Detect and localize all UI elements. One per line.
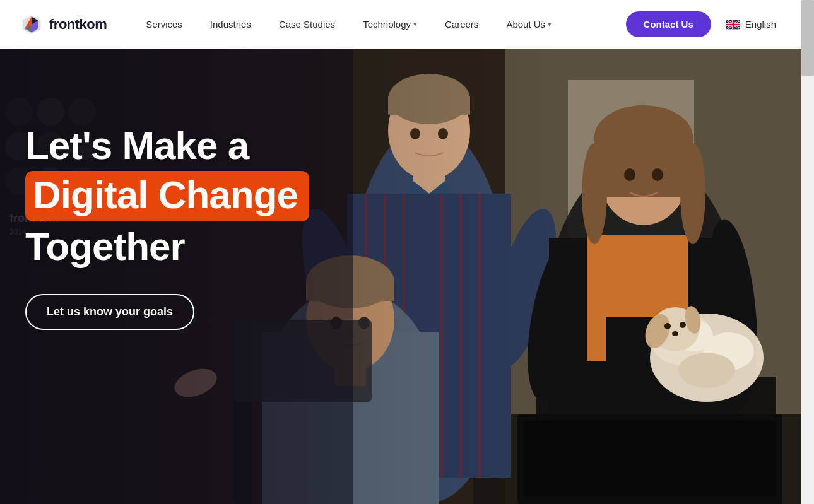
- about-chevron-icon: ▾: [548, 20, 552, 28]
- nav-link-careers[interactable]: Careers: [431, 0, 492, 49]
- scrollbar-thumb[interactable]: [801, 0, 814, 76]
- nav-link-services[interactable]: Services: [132, 0, 196, 49]
- nav-link-case-studies[interactable]: Case Studies: [265, 0, 349, 49]
- technology-chevron-icon: ▾: [413, 20, 417, 28]
- hero-content: Let's Make a Digital Change Together Let…: [25, 124, 309, 330]
- logo[interactable]: frontkom: [20, 13, 107, 36]
- nav-link-industries[interactable]: Industries: [196, 0, 265, 49]
- scrollbar[interactable]: [801, 0, 814, 504]
- language-label: English: [745, 19, 776, 30]
- nav-link-technology[interactable]: Technology ▾: [349, 0, 431, 49]
- nav-links: Services Industries Case Studies Technol…: [132, 0, 625, 49]
- hero-section: frontkom 2014: [0, 49, 801, 504]
- nav-right: Contact Us English: [626, 11, 781, 37]
- flag-uk-icon: [726, 20, 740, 30]
- contact-us-button[interactable]: Contact Us: [626, 11, 711, 37]
- hero-title-line3: Together: [25, 225, 309, 268]
- hero-title-highlight: Digital Change: [25, 171, 309, 221]
- navbar: frontkom Services Industries Case Studie…: [0, 0, 801, 49]
- nav-link-about-us[interactable]: About Us ▾: [492, 0, 565, 49]
- hero-cta-button[interactable]: Let us know your goals: [25, 294, 194, 330]
- hero-title-line1: Let's Make a: [25, 124, 309, 167]
- logo-icon: [20, 13, 43, 36]
- logo-text: frontkom: [49, 16, 107, 33]
- language-selector[interactable]: English: [721, 19, 781, 30]
